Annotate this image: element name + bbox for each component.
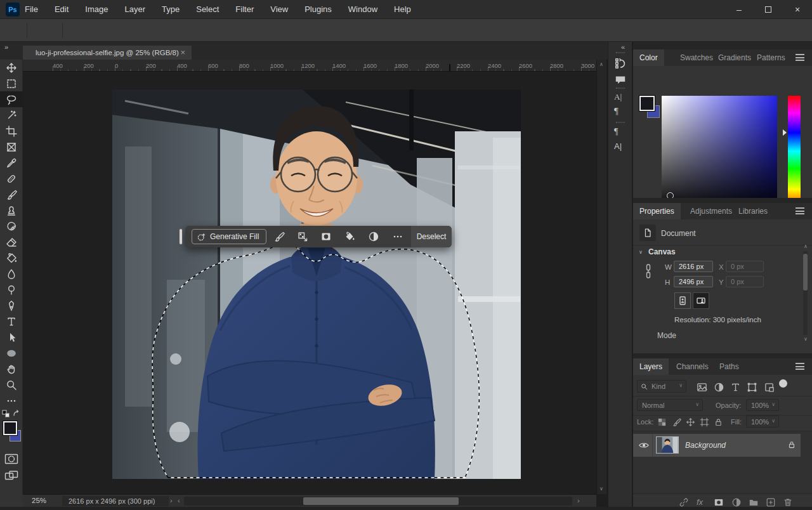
path-selection-tool[interactable]	[0, 329, 23, 345]
ellipse-tool[interactable]	[0, 345, 23, 361]
canvas-area[interactable]: Generative Fill Deselect	[23, 72, 596, 494]
blend-mode-dropdown[interactable]: Normal ∨	[637, 399, 703, 411]
collapse-canvas-icon[interactable]: ∨	[639, 249, 643, 255]
zoom-level[interactable]: 25%	[32, 497, 46, 504]
menu-item-layer[interactable]: Layer	[117, 0, 154, 19]
mode-label[interactable]: Mode	[657, 331, 676, 340]
tab-color[interactable]: Color	[633, 49, 664, 66]
foreground-color-swatch[interactable]	[3, 421, 17, 435]
screen-mode-button[interactable]	[4, 469, 18, 481]
filter-pin-toggle[interactable]	[779, 379, 787, 388]
character-styles-panel-icon[interactable]: A|	[614, 141, 627, 154]
taskbar-drag-handle[interactable]	[179, 228, 183, 245]
fill-selection-icon[interactable]	[344, 231, 355, 242]
hue-marker[interactable]	[783, 129, 787, 136]
menu-item-view[interactable]: View	[262, 0, 296, 19]
scroll-left-icon[interactable]: ‹	[178, 497, 180, 504]
rectangular-marquee-tool[interactable]	[0, 75, 23, 91]
swap-colors-icon[interactable]	[12, 409, 21, 417]
document-tab[interactable]: luo-ji-professional-selfie.jpg @ 25% (RG…	[23, 46, 192, 60]
vertical-scrollbar[interactable]: ∧ ∨	[596, 60, 606, 494]
panel-menu-icon[interactable]	[796, 54, 804, 61]
status-chevron-icon[interactable]: ›	[170, 497, 173, 504]
type-tool[interactable]	[0, 313, 23, 329]
portrait-orientation-button[interactable]	[674, 292, 691, 309]
fill-dropdown[interactable]: 100% ∨	[746, 415, 779, 428]
lock-position-icon[interactable]	[686, 417, 695, 427]
tab-close-icon[interactable]: ×	[180, 46, 185, 60]
history-panel-icon[interactable]	[614, 57, 627, 70]
brush-tool[interactable]	[0, 186, 23, 202]
tab-channels[interactable]: Channels	[670, 358, 715, 375]
default-colors-icon[interactable]	[2, 410, 10, 420]
lock-artboard-icon[interactable]	[700, 417, 709, 427]
lasso-tool[interactable]	[0, 91, 23, 107]
paint-bucket-tool[interactable]	[0, 250, 23, 266]
minimize-button[interactable]: –	[724, 0, 754, 19]
height-field[interactable]: 2496 px	[674, 276, 713, 287]
history-brush-tool[interactable]	[0, 218, 23, 234]
kind-filter-dropdown[interactable]: Kind ∨	[637, 380, 686, 393]
scrollbar-thumb[interactable]	[303, 497, 459, 505]
frame-tool[interactable]	[0, 139, 23, 155]
scroll-down-icon[interactable]: ∨	[599, 486, 603, 492]
add-mask-icon[interactable]	[320, 231, 332, 242]
eraser-tool[interactable]	[0, 234, 23, 250]
lock-pixels-icon[interactable]	[672, 417, 681, 427]
clone-stamp-tool[interactable]	[0, 202, 23, 218]
tab-layers[interactable]: Layers	[633, 358, 669, 375]
layer-visibility-eye-icon[interactable]	[639, 441, 649, 450]
filter-type-icon[interactable]	[730, 382, 741, 393]
hand-tool[interactable]	[0, 361, 23, 377]
more-options-icon[interactable]	[392, 231, 403, 242]
panel-menu-icon[interactable]	[796, 363, 804, 370]
panel-scrollbar[interactable]	[803, 251, 808, 335]
dodge-tool[interactable]	[0, 282, 23, 298]
crop-tool[interactable]	[0, 123, 23, 139]
width-field[interactable]: 2616 px	[674, 261, 713, 272]
menu-item-select[interactable]: Select	[188, 0, 227, 19]
menu-item-type[interactable]: Type	[154, 0, 188, 19]
tab-libraries[interactable]: Libraries	[732, 203, 774, 219]
canvas-section-title[interactable]: Canvas	[648, 247, 676, 256]
opacity-dropdown[interactable]: 100% ∨	[746, 399, 779, 411]
horizontal-scrollbar[interactable]	[184, 497, 572, 506]
layer-row-background[interactable]: Background	[633, 434, 801, 457]
scrollbar-thumb[interactable]	[803, 254, 808, 291]
paragraph-styles-panel-icon[interactable]: ¶	[614, 127, 627, 140]
edit-toolbar-icon[interactable]	[0, 393, 23, 409]
tab-properties[interactable]: Properties	[633, 203, 681, 219]
comments-panel-icon[interactable]	[614, 74, 627, 86]
tab-patterns[interactable]: Patterns	[750, 49, 792, 66]
link-layers-icon[interactable]	[679, 497, 689, 507]
panel-menu-icon[interactable]	[796, 207, 804, 214]
pen-tool[interactable]	[0, 298, 23, 313]
menu-item-plugins[interactable]: Plugins	[296, 0, 340, 19]
spot-healing-brush-tool[interactable]	[0, 171, 23, 186]
layer-thumbnail[interactable]	[656, 436, 679, 454]
menu-item-edit[interactable]: Edit	[46, 0, 77, 19]
close-button[interactable]: ×	[783, 0, 812, 19]
character-panel-icon[interactable]: A|	[614, 92, 627, 105]
scroll-down-icon[interactable]: ∨	[804, 336, 808, 342]
selection-brush-icon[interactable]	[273, 231, 285, 242]
move-tool[interactable]	[0, 60, 23, 75]
generative-fill-button[interactable]: Generative Fill	[192, 229, 266, 244]
tab-paths[interactable]: Paths	[713, 358, 745, 375]
filter-shape-icon[interactable]	[747, 382, 757, 393]
lock-all-icon[interactable]	[714, 417, 723, 427]
tab-adjustments[interactable]: Adjustments	[684, 203, 738, 219]
layer-name[interactable]: Background	[685, 441, 726, 450]
menu-item-help[interactable]: Help	[386, 0, 419, 19]
foreground-color-swatch-small[interactable]	[639, 96, 655, 111]
x-field[interactable]: 0 px	[726, 261, 764, 272]
transform-selection-icon[interactable]	[297, 231, 308, 242]
menu-item-window[interactable]: Window	[340, 0, 386, 19]
maximize-button[interactable]	[754, 0, 783, 19]
hue-strip[interactable]	[788, 96, 801, 211]
new-adjustment-layer-icon[interactable]	[731, 497, 742, 507]
filter-image-icon[interactable]	[697, 382, 707, 393]
filter-adjustment-icon[interactable]	[714, 382, 724, 393]
eyedropper-tool[interactable]	[0, 155, 23, 171]
panel-grip[interactable]	[616, 88, 625, 89]
